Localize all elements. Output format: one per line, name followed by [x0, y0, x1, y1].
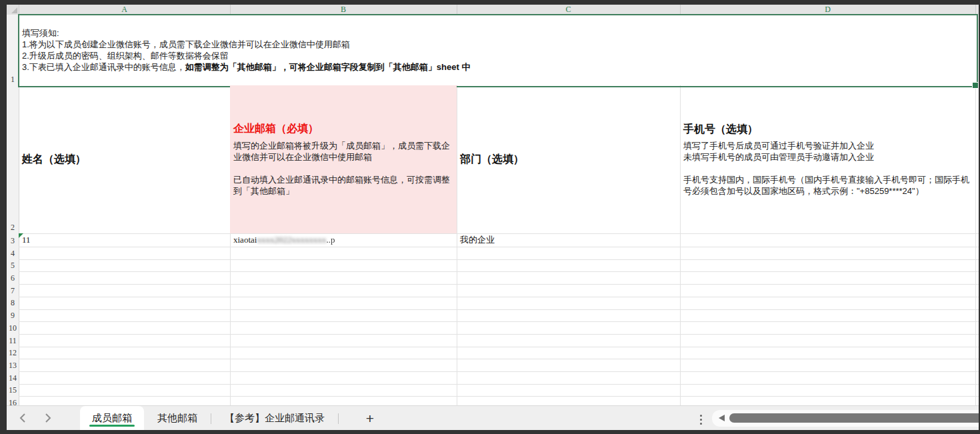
column-header-C[interactable]: C	[457, 5, 680, 15]
window-frame: ABCD 12345678910111213141516 填写须知: 1.将为以…	[0, 0, 980, 434]
select-all-corner[interactable]	[7, 5, 19, 15]
tab-scroll-handle-icon[interactable]	[700, 415, 702, 425]
email-column-title: 企业邮箱（必填）	[233, 122, 453, 136]
row-header-14[interactable]: 14	[7, 371, 19, 383]
gridline	[19, 396, 979, 397]
gridline	[19, 334, 979, 335]
next-sheet-icon[interactable]	[44, 413, 52, 423]
notice-title: 填写须知:	[22, 27, 979, 39]
notice-line-2: 2.升级后成员的密码、组织架构、邮件等数据将会保留	[22, 50, 979, 61]
email-value-end: ..p	[326, 235, 335, 245]
horizontal-scrollbar[interactable]	[712, 410, 979, 427]
tab-label: 【参考】企业邮通讯录	[225, 412, 325, 425]
email-column-desc-2: 已自动填入企业邮通讯录中的邮箱账号信息，可按需调整到「其他邮箱」	[233, 174, 453, 197]
row-header-10[interactable]: 10	[7, 321, 19, 333]
row-header-3[interactable]: 3	[7, 233, 19, 246]
cell-name-value[interactable]: 11	[19, 233, 230, 247]
sheet-tabs: 成员邮箱其他邮箱【参考】企业邮通讯录+	[80, 406, 385, 430]
gridline	[19, 259, 979, 260]
row-header-7[interactable]: 7	[7, 284, 19, 296]
gridline	[19, 284, 979, 285]
spreadsheet-area: ABCD 12345678910111213141516 填写须知: 1.将为以…	[7, 5, 979, 430]
row-header-11[interactable]: 11	[7, 334, 19, 346]
horizontal-scrollbar-thumb[interactable]	[729, 413, 979, 423]
dept-column-title: 部门（选填）	[460, 153, 524, 167]
add-sheet-button[interactable]: +	[355, 406, 385, 430]
gridline	[19, 271, 979, 272]
column-header-separator	[19, 5, 19, 15]
email-value-redacted: xxxx2022xxxxxxxx	[257, 235, 326, 245]
phone-column-desc-3: 手机号支持国内，国际手机号（国内手机号直接输入手机号即可；国际手机号必须包含加号…	[683, 174, 970, 197]
email-column-desc-1: 填写的企业邮箱将被升级为「成员邮箱」，成员需下载企业微信并可以在企业微信中使用邮…	[233, 140, 453, 163]
gridline	[19, 384, 979, 385]
phone-column-desc-2: 未填写手机号的成员可由管理员手动邀请加入企业	[683, 151, 970, 163]
column-header-separator	[975, 5, 976, 15]
column-header-A[interactable]: A	[19, 5, 230, 15]
notice-line-3: 3.下表已填入企业邮通讯录中的账号信息，如需调整为「其他邮箱」，可将企业邮箱字段…	[22, 61, 979, 73]
gridline	[19, 347, 979, 347]
cell-phone-header[interactable]: 手机号（选填） 填写了手机号后成员可通过手机号验证并加入企业 未填写手机号的成员…	[680, 85, 975, 233]
tab-separator	[338, 413, 339, 424]
cell-name-header[interactable]: 姓名（选填）	[19, 85, 230, 233]
column-header-separator	[230, 5, 231, 15]
row-header-9[interactable]: 9	[7, 309, 19, 321]
column-header-D[interactable]: D	[680, 5, 975, 15]
cell-dept-value[interactable]: 我的企业	[457, 233, 680, 247]
notice-line-3-bold: 如需调整为「其他邮箱」，可将企业邮箱字段复制到「其他邮箱」sheet 中	[185, 62, 471, 72]
sheet-tab-bar: 成员邮箱其他邮箱【参考】企业邮通讯录+	[7, 405, 979, 430]
cell-dept-header[interactable]: 部门（选填）	[457, 85, 680, 233]
tab-【参考】企业邮通讯录[interactable]: 【参考】企业邮通讯录	[211, 406, 338, 430]
column-header-separator	[680, 5, 681, 15]
select-all-triangle-icon	[11, 7, 17, 13]
gridline	[19, 297, 979, 297]
row-header-13[interactable]: 13	[7, 359, 19, 371]
row-header-12[interactable]: 12	[7, 347, 19, 359]
email-value-start: xiaotai	[233, 235, 257, 245]
cell-a1-notice[interactable]: 填写须知: 1.将为以下成员创建企业微信账号，成员需下载企业微信并可以在企业微信…	[19, 15, 979, 85]
gridline	[19, 371, 979, 372]
cell-email-value[interactable]: xiaotaixxxx2022xxxxxxxx..p	[230, 233, 457, 247]
phone-column-title: 手机号（选填）	[683, 123, 970, 137]
gridline	[19, 359, 979, 359]
tab-label: 成员邮箱	[92, 412, 132, 425]
column-header-row: ABCD	[7, 5, 979, 15]
tab-label: 其他邮箱	[157, 412, 197, 425]
row-header-6[interactable]: 6	[7, 271, 19, 283]
row-header-8[interactable]: 8	[7, 297, 19, 309]
gridline	[975, 85, 976, 405]
tab-其他邮箱[interactable]: 其他邮箱	[144, 406, 211, 430]
active-tab-underline	[89, 425, 135, 427]
column-header-B[interactable]: B	[230, 5, 457, 15]
cell-email-header[interactable]: 企业邮箱（必填） 填写的企业邮箱将被升级为「成员邮箱」，成员需下载企业微信并可以…	[230, 85, 457, 233]
row-header-5[interactable]: 5	[7, 259, 19, 271]
row-header-15[interactable]: 15	[7, 384, 19, 396]
gridline	[19, 321, 979, 322]
dept-value: 我的企业	[460, 234, 495, 246]
tab-成员邮箱[interactable]: 成员邮箱	[80, 406, 144, 430]
scroll-left-icon[interactable]	[719, 415, 725, 421]
prev-sheet-icon[interactable]	[19, 413, 27, 423]
notice-line-1: 1.将为以下成员创建企业微信账号，成员需下载企业微信并可以在企业微信中使用邮箱	[22, 39, 979, 50]
column-header-separator	[457, 5, 457, 15]
row-header-4[interactable]: 4	[7, 247, 19, 259]
row-header-2[interactable]: 2	[7, 85, 19, 233]
phone-column-desc-1: 填写了手机号后成员可通过手机号验证并加入企业	[683, 140, 970, 151]
gridline	[19, 309, 979, 310]
row-header-1[interactable]: 1	[7, 15, 19, 85]
name-column-title: 姓名（选填）	[22, 153, 86, 167]
gridline	[19, 247, 979, 247]
name-value: 11	[22, 235, 31, 245]
